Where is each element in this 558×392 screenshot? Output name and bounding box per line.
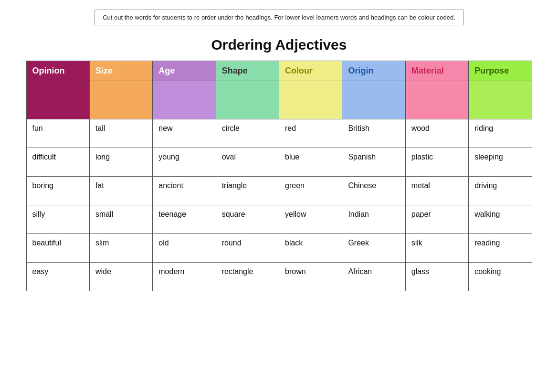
table-cell: easy [26,263,89,291]
table-row: easywidemodernrectanglebrownAfricanglass… [26,263,532,291]
table-cell: ancient [153,177,216,205]
table-cell: Indian [342,205,405,234]
table-cell: silly [26,205,89,234]
adjectives-table: Opinion Size Age Shape Colour Origin Mat… [26,61,532,291]
color-opinion [26,81,89,119]
table-cell: cooking [469,263,532,291]
page-title: Ordering Adjectives [211,37,347,53]
table-cell: difficult [26,148,89,177]
table-cell: rectangle [216,263,279,291]
table-row: difficultlongyoungovalblueSpanishplastic… [26,148,532,177]
table-cell: teenage [153,205,216,234]
table-cell: long [89,148,152,177]
table-cell: young [153,148,216,177]
table-cell: black [279,234,342,263]
table-row: funtallnewcircleredBritishwoodriding [26,119,532,148]
table-cell: triangle [216,177,279,205]
header-shape: Shape [216,61,279,81]
table-cell: small [89,205,152,234]
table-cell: new [153,119,216,148]
table-cell: boring [26,177,89,205]
table-cell: green [279,177,342,205]
color-colour [279,81,342,119]
table-cell: blue [279,148,342,177]
table-body: funtallnewcircleredBritishwoodridingdiff… [26,119,532,291]
color-block-row [26,81,532,119]
table-cell: slim [89,234,152,263]
table-cell: Chinese [342,177,405,205]
color-origin [342,81,405,119]
table-cell: brown [279,263,342,291]
table-cell: round [216,234,279,263]
table-cell: African [342,263,405,291]
table-cell: circle [216,119,279,148]
table-cell: silk [405,234,468,263]
table-cell: paper [405,205,468,234]
header-size: Size [89,61,152,81]
header-purpose: Purpose [469,61,532,81]
header-origin: Origin [342,61,405,81]
color-size [89,81,152,119]
table-cell: riding [469,119,532,148]
table-cell: driving [469,177,532,205]
table-cell: beautiful [26,234,89,263]
color-purpose [469,81,532,119]
table-row: beautifulslimoldroundblackGreeksilkreadi… [26,234,532,263]
table-row: boringfatancienttrianglegreenChinesemeta… [26,177,532,205]
table-cell: British [342,119,405,148]
table-cell: wood [405,119,468,148]
table-cell: fat [89,177,152,205]
header-age: Age [153,61,216,81]
color-shape [216,81,279,119]
color-age [153,81,216,119]
table-cell: Greek [342,234,405,263]
header-label-row: Opinion Size Age Shape Colour Origin Mat… [26,61,532,81]
table-cell: red [279,119,342,148]
table-cell: modern [153,263,216,291]
header-colour: Colour [279,61,342,81]
table-cell: oval [216,148,279,177]
table-cell: sleeping [469,148,532,177]
table-cell: walking [469,205,532,234]
table-cell: glass [405,263,468,291]
table-cell: plastic [405,148,468,177]
table-cell: metal [405,177,468,205]
instruction-text: Cut out the words for students to re ord… [95,10,463,25]
table-cell: square [216,205,279,234]
table-cell: old [153,234,216,263]
table-cell: Spanish [342,148,405,177]
table-row: sillysmallteenagesquareyellowIndianpaper… [26,205,532,234]
table-cell: yellow [279,205,342,234]
color-material [405,81,468,119]
table-cell: wide [89,263,152,291]
header-opinion: Opinion [26,61,89,81]
table-cell: reading [469,234,532,263]
table-cell: fun [26,119,89,148]
header-material: Material [405,61,468,81]
table-cell: tall [89,119,152,148]
